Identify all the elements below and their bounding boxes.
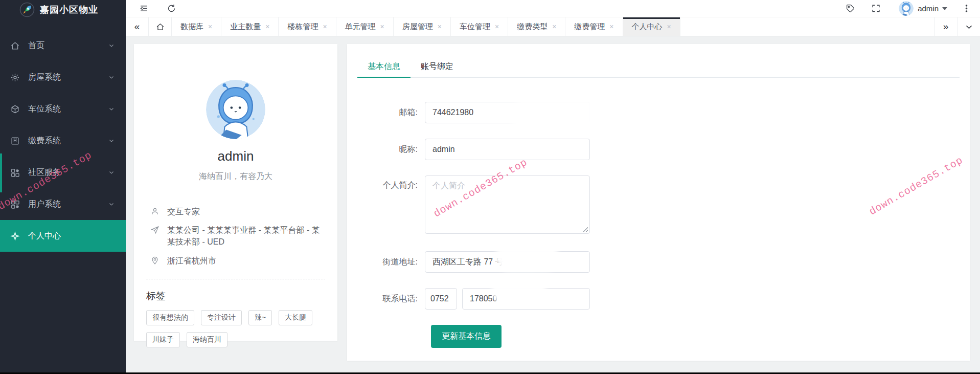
dashed-divider [146, 279, 325, 279]
grid-icon [10, 168, 20, 178]
tag-item[interactable]: 专注设计 [201, 310, 242, 325]
tab-owner-count[interactable]: 业主数量× [221, 17, 279, 36]
phone-number-field[interactable] [462, 288, 590, 310]
profile-card: admin 海纳百川，有容乃大 交互专家 某某公司 - 某某某事业群 - 某某平… [134, 44, 337, 341]
close-icon[interactable]: × [208, 23, 212, 31]
nickname-label: 昵称: [353, 144, 425, 155]
close-icon[interactable]: × [609, 23, 613, 31]
chevron-down-icon [108, 201, 115, 207]
sidebar: 嘉园小区物业 首页 房屋系统 车位系统 缴费系统 [0, 0, 126, 372]
chevron-down-icon [108, 42, 115, 49]
tab-personal-center[interactable]: 个人中心× [623, 17, 680, 36]
close-icon[interactable]: × [323, 23, 327, 31]
email-field[interactable] [425, 102, 590, 123]
sidebar-item-home[interactable]: 首页 [0, 30, 126, 61]
email-row: 邮箱: [353, 102, 970, 123]
bio-field[interactable] [425, 175, 590, 234]
close-icon[interactable]: × [438, 23, 442, 31]
tab-house-mgmt[interactable]: 房屋管理× [394, 17, 451, 36]
main-content: admin 海纳百川，有容乃大 交互专家 某某公司 - 某某某事业群 - 某某平… [126, 37, 980, 372]
sidebar-item-payment-system[interactable]: 缴费系统 [0, 125, 126, 157]
tabs-scroll-right-button[interactable]: » [934, 17, 957, 36]
close-icon[interactable]: × [380, 23, 384, 31]
app-logo: 嘉园小区物业 [0, 0, 126, 19]
sparkle-icon [10, 231, 20, 241]
basic-info-form: 邮箱: 昵称: 个人简介: 街道地址: [347, 102, 970, 348]
profile-location-row: 浙江省杭州市 [150, 255, 325, 267]
bio-row: 个人简介: [353, 175, 970, 236]
tab-parking-mgmt[interactable]: 车位管理× [451, 17, 508, 36]
tags-title: 标签 [146, 290, 325, 303]
rocket-logo-icon [19, 2, 35, 17]
app-title: 嘉园小区物业 [40, 4, 98, 16]
active-edge-indicator [0, 153, 2, 192]
tag-item[interactable]: 海纳百川 [187, 332, 227, 347]
profile-org-row: 某某公司 - 某某某事业群 - 某某平台部 - 某某技术部 - UED [150, 224, 325, 248]
nickname-row: 昵称: [353, 139, 970, 160]
close-icon[interactable]: × [495, 23, 499, 31]
cube-icon [10, 104, 20, 114]
fullscreen-button[interactable] [869, 2, 882, 15]
sidebar-item-user-system[interactable]: 用户系统 [0, 188, 126, 220]
nickname-field[interactable] [425, 139, 590, 160]
tag-button[interactable] [844, 2, 857, 15]
grid-icon [10, 200, 20, 209]
phone-row: 联系电话: [353, 288, 970, 310]
profile-avatar [206, 80, 265, 139]
tag-item[interactable]: 川妹子 [146, 332, 180, 347]
area-code-field[interactable] [425, 288, 457, 310]
close-icon[interactable]: × [552, 23, 556, 31]
tag-item[interactable]: 很有想法的 [146, 310, 194, 325]
tabbar-spacer [680, 17, 934, 36]
email-label: 邮箱: [353, 107, 425, 118]
sidebar-item-parking-system[interactable]: 车位系统 [0, 93, 126, 125]
fold-icon [139, 4, 149, 13]
tab-basic-info[interactable]: 基本信息 [357, 56, 411, 77]
sidebar-item-community-service[interactable]: 社区服务 [0, 157, 126, 188]
refresh-icon [167, 4, 176, 13]
phone-label: 联系电话: [353, 294, 425, 304]
form-tabs: 基本信息 账号绑定 [357, 56, 960, 78]
kebab-menu-icon [962, 4, 971, 13]
user-avatar[interactable] [899, 1, 914, 16]
chevron-down-icon [108, 169, 115, 175]
tab-account-binding[interactable]: 账号绑定 [411, 56, 464, 77]
sidebar-fold-button[interactable] [137, 2, 150, 15]
tag-item[interactable]: 大长腿 [279, 310, 312, 325]
tag-item[interactable]: 辣~ [248, 310, 272, 325]
tab-unit-mgmt[interactable]: 单元管理× [336, 17, 394, 36]
kebab-menu-button[interactable] [960, 2, 973, 15]
close-icon[interactable]: × [265, 23, 269, 31]
page-tabbar: « 数据库× 业主数量× 楼栋管理× 单元管理× 房屋管理× 车位管理× 缴费类… [126, 17, 980, 36]
sidebar-item-house-system[interactable]: 房屋系统 [0, 61, 126, 93]
caret-down-icon[interactable] [942, 7, 947, 10]
tabs-menu-button[interactable] [957, 17, 980, 36]
update-basic-info-button[interactable]: 更新基本信息 [431, 325, 502, 348]
sidebar-item-personal-center[interactable]: 个人中心 [0, 220, 126, 252]
tab-fee-type[interactable]: 缴费类型× [508, 17, 565, 36]
fullscreen-icon [871, 4, 881, 13]
tab-fee-mgmt[interactable]: 缴费管理× [565, 17, 623, 36]
address-field[interactable] [425, 251, 590, 273]
home-icon [156, 23, 165, 31]
avatar-image [206, 80, 265, 139]
refresh-button[interactable] [165, 2, 178, 15]
bio-label: 个人简介: [353, 175, 425, 191]
top-header: admin [126, 0, 980, 17]
username-label[interactable]: admin [918, 4, 939, 13]
tab-home-button[interactable] [149, 17, 172, 36]
profile-details: 交互专家 某某公司 - 某某某事业群 - 某某平台部 - 某某技术部 - UED… [146, 206, 325, 267]
sidebar-menu: 首页 房屋系统 车位系统 缴费系统 社区服务 [0, 30, 126, 252]
home-icon [10, 41, 20, 51]
tags-list: 很有想法的 专注设计 辣~ 大长腿 川妹子 海纳百川 [146, 310, 325, 354]
paper-plane-icon [150, 225, 159, 234]
close-icon[interactable]: × [667, 23, 671, 31]
profile-role-row: 交互专家 [150, 206, 325, 217]
tabs-scroll-left-button[interactable]: « [126, 17, 149, 36]
tab-database[interactable]: 数据库× [172, 17, 221, 36]
tab-building-mgmt[interactable]: 楼栋管理× [279, 17, 336, 36]
address-label: 街道地址: [353, 257, 425, 268]
address-row: 街道地址: [353, 251, 970, 273]
chevron-down-icon [108, 74, 115, 80]
tag-icon [846, 4, 855, 13]
